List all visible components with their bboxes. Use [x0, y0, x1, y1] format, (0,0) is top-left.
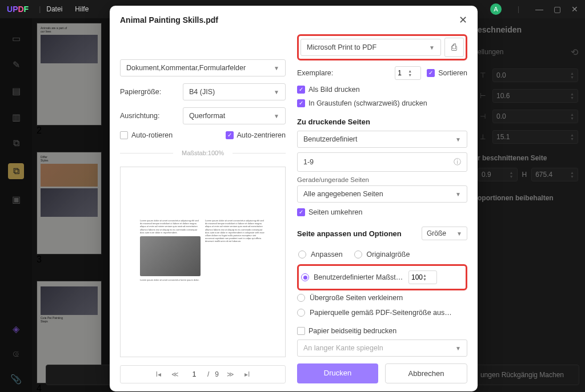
pager-first-icon[interactable]: I◂ — [154, 369, 163, 379]
minimize-icon[interactable]: — — [535, 5, 543, 14]
custom-scale-input[interactable]: 100▲▼ — [408, 270, 437, 284]
printer-icon[interactable]: ⎙ — [444, 38, 464, 57]
oddeven-label: Gerade/ungerade Seiten — [297, 176, 467, 183]
duplex-checkbox[interactable]: Papier beidseitig bedrucken — [297, 327, 467, 335]
orientation-select[interactable]: Querformat▼ — [183, 107, 286, 124]
print-preview: Lorem ipsum dolor sit amet consectetur a… — [120, 167, 286, 357]
pages-mode-select[interactable]: Benutzerdefiniert▼ — [297, 131, 467, 148]
pager-total: 9 — [215, 370, 219, 378]
dialog-close-icon[interactable]: ✕ — [459, 14, 467, 26]
pager-next-icon[interactable]: ≫ — [225, 369, 237, 379]
chevron-down-icon: ▼ — [455, 136, 461, 143]
info-icon[interactable]: ⓘ — [454, 157, 461, 167]
oddeven-select[interactable]: Alle angegebenen Seiten▼ — [297, 185, 467, 203]
radio-original[interactable]: Originalgröße — [354, 250, 410, 258]
fit-section-title: Seite anpassen und Optionen Größe▼ — [297, 227, 467, 240]
size-mode-select[interactable]: Größe▼ — [422, 227, 467, 240]
cancel-button[interactable]: Abbrechen — [385, 363, 467, 383]
pager: I◂ ≪ / 9 ≫ ▸I — [120, 365, 286, 383]
content-select[interactable]: Dokument,Kommentar,Formularfelder▼ — [120, 59, 286, 76]
pager-prev-icon[interactable]: ≪ — [169, 369, 181, 379]
autocenter-checkbox[interactable]: Auto-zentrieren — [226, 131, 286, 139]
chevron-down-icon: ▼ — [456, 231, 462, 237]
print-button[interactable]: Drucken — [297, 363, 378, 383]
radio-custom-scale[interactable]: Benutzerdefinierter Maßstab (… — [301, 273, 405, 281]
autorotate-checkbox[interactable]: Auto-rotieren — [120, 131, 173, 139]
app-logo: UPDF — [7, 5, 29, 14]
papersize-select[interactable]: B4 (JIS)▼ — [183, 83, 286, 100]
pager-current-input[interactable] — [187, 370, 202, 378]
chevron-down-icon: ▼ — [274, 89, 279, 95]
orientation-label: Ausrichtung: — [120, 112, 177, 120]
chevron-down-icon: ▼ — [455, 345, 461, 351]
reverse-checkbox[interactable]: Seiten umkehren — [297, 208, 467, 216]
copies-input[interactable]: 1▲▼ — [395, 66, 421, 80]
chevron-down-icon: ▼ — [274, 65, 279, 71]
radio-fit[interactable]: Anpassen — [298, 250, 343, 258]
grayscale-checkbox[interactable]: In Graustufen (schwarzweiß) drucken — [297, 99, 467, 107]
pages-section-title: Zu druckende Seiten — [297, 118, 467, 126]
duplex-mode-select[interactable]: An langer Kante spiegeln▼ — [297, 340, 467, 357]
chevron-down-icon: ▼ — [429, 45, 435, 51]
menu-file[interactable]: Datei — [46, 5, 62, 13]
collate-checkbox[interactable]: Sortieren — [427, 69, 467, 77]
highlight-scale: Benutzerdefinierter Maßstab (… 100▲▼ — [297, 264, 467, 290]
avatar[interactable]: A — [490, 3, 502, 15]
scale-divider: Maßstab:100% — [120, 149, 286, 156]
maximize-icon[interactable]: ▢ — [554, 5, 561, 14]
radio-shrink[interactable]: Übergroße Seiten verkleinern — [297, 294, 467, 302]
printer-select[interactable]: Microsoft Print to PDF▼ — [300, 39, 441, 56]
asimage-checkbox[interactable]: Als Bild drucken — [297, 86, 467, 94]
close-icon[interactable]: ✕ — [571, 5, 578, 14]
highlight-printer: Microsoft Print to PDF▼ ⎙ — [297, 34, 467, 60]
menu-help[interactable]: Hilfe — [75, 5, 89, 13]
dialog-title: Animal Painting Skills.pdf — [120, 15, 218, 25]
papersize-label: Papiergröße: — [120, 88, 177, 96]
print-dialog: Animal Painting Skills.pdf ✕ Dokument,Ko… — [110, 6, 478, 391]
copies-label: Exemplare: — [297, 69, 389, 77]
chevron-down-icon: ▼ — [455, 191, 461, 197]
pager-last-icon[interactable]: ▸I — [242, 369, 252, 379]
chevron-down-icon: ▼ — [274, 113, 279, 119]
radio-papersource[interactable]: Papierquelle gemäß PDF-Seitengröße aus… — [297, 309, 467, 317]
pages-range-input[interactable]: 1-9ⓘ — [297, 152, 467, 172]
